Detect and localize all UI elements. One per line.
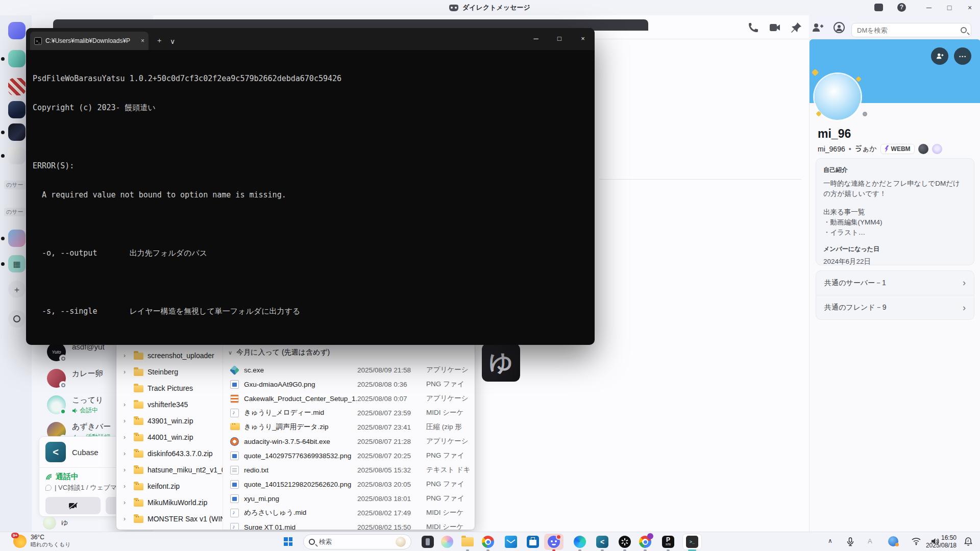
inventory-monitor-icon[interactable] — [874, 4, 883, 11]
server-icon[interactable] — [8, 123, 26, 141]
weather-widget[interactable]: 9+ 36°C 晴れのちくもり — [13, 534, 71, 548]
add-server-button[interactable]: ＋ — [8, 281, 26, 298]
tray-app-icon[interactable] — [888, 536, 898, 546]
tree-item[interactable]: ›44001_win.zip — [116, 429, 223, 445]
mutual-friends-row[interactable]: 共通のフレンド－9 › — [816, 295, 974, 320]
terminal-output[interactable]: PsdFileWoBarasuYatsu 1.0.2+50c0d7cf3c02f… — [26, 50, 595, 345]
chrome-profile-icon[interactable] — [639, 536, 651, 548]
expand-chevron-icon[interactable]: › — [124, 401, 130, 408]
file-row[interactable]: めろさいしゅう.mid2025/08/02 17:49MIDI シーケ — [223, 506, 475, 520]
tree-item[interactable]: Track Pictures — [116, 380, 223, 396]
mail-icon[interactable] — [505, 536, 517, 548]
explore-servers-button[interactable] — [8, 310, 26, 328]
file-row[interactable]: Cakewalk_Product_Center_Setup_1.0.0.09..… — [223, 391, 475, 406]
dm-search-input[interactable] — [856, 26, 961, 35]
tree-item[interactable]: ›keifont.zip — [116, 478, 223, 494]
clock[interactable]: 16:50 2025/08/18 — [926, 534, 957, 549]
file-row[interactable]: sc.exe2025/08/09 21:58アプリケーシ — [223, 363, 475, 377]
wifi-icon[interactable] — [912, 537, 921, 545]
dm-home-icon[interactable] — [8, 22, 26, 39]
add-friend-button[interactable] — [931, 47, 948, 65]
server-icon[interactable] — [8, 147, 26, 164]
discord-minimize-button[interactable]: ─ — [919, 0, 939, 15]
tab-close-button[interactable]: × — [141, 37, 144, 44]
file-explorer-icon[interactable] — [461, 536, 474, 548]
call-icon[interactable] — [747, 21, 760, 34]
mutual-servers-row[interactable]: 共通のサーバー－1 › — [816, 271, 974, 295]
tab-dropdown-button[interactable]: ∨ — [170, 37, 175, 45]
collapse-chevron-icon[interactable]: ∨ — [228, 349, 232, 356]
more-options-button[interactable]: ··· — [954, 47, 971, 65]
expand-chevron-icon[interactable]: › — [124, 466, 130, 473]
user-profile-icon[interactable] — [833, 21, 845, 34]
file-row[interactable]: Gxu-dmiaoAAt9G0.png2025/08/08 0:36PNG ファ… — [223, 377, 475, 391]
discord-maximize-button[interactable]: □ — [939, 0, 960, 15]
expand-chevron-icon[interactable]: › — [124, 352, 130, 359]
terminal-maximize-button[interactable]: □ — [548, 28, 571, 48]
tree-item[interactable]: ›vshifterle345 — [116, 396, 223, 413]
pin-icon[interactable] — [790, 21, 802, 34]
expand-chevron-icon[interactable]: › — [124, 434, 130, 441]
server-icon[interactable] — [8, 78, 26, 95]
new-tab-button[interactable]: ＋ — [156, 36, 163, 45]
dm-item[interactable]: Yuto asdf@yut — [47, 342, 105, 361]
tray-chevron-up-icon[interactable]: ∧ — [828, 537, 832, 544]
terminal-tab[interactable]: >_ C:¥Users¥malib¥Downloads¥P × — [30, 32, 149, 50]
terminal-minimize-button[interactable]: ─ — [524, 28, 548, 48]
expand-chevron-icon[interactable]: › — [124, 499, 130, 506]
expand-chevron-icon[interactable]: › — [124, 368, 130, 375]
dm-item[interactable]: こってり 会話中 — [47, 395, 103, 415]
webm-badge[interactable]: WEBM — [880, 144, 915, 154]
terminal-close-button[interactable]: × — [571, 28, 595, 48]
dm-item[interactable]: カレー卵 — [47, 369, 103, 388]
discord-icon[interactable] — [548, 536, 560, 548]
cubase-icon[interactable]: < — [596, 536, 608, 548]
file-row[interactable]: audacity-win-3.7.5-64bit.exe2025/08/07 2… — [223, 434, 475, 448]
expand-chevron-icon[interactable]: › — [124, 450, 130, 457]
wreath-badge-icon[interactable] — [932, 144, 942, 154]
tree-item[interactable]: ›Steinberg — [116, 364, 223, 380]
file-row[interactable]: quote_1402975776369938532.png2025/08/07 … — [223, 448, 475, 463]
tree-item[interactable]: ›MONSTER Sax v1 (WIND — [116, 511, 223, 527]
tree-item[interactable]: ›43901_win.zip — [116, 413, 223, 429]
server-icon[interactable] — [8, 230, 26, 247]
tree-item[interactable]: ›screenshot_uploader — [116, 347, 223, 364]
expand-chevron-icon[interactable]: › — [124, 483, 130, 490]
pnt8-app-icon[interactable]: P NT8 — [662, 536, 674, 548]
file-row[interactable]: xyu_mi.png2025/08/03 18:01PNG ファイ — [223, 491, 475, 506]
chat-avatar[interactable]: ゆ — [482, 343, 520, 382]
expand-chevron-icon[interactable]: › — [124, 417, 130, 424]
file-row[interactable]: きゅうり_メロディー.mid2025/08/07 23:59MIDI シーケ — [223, 406, 475, 420]
tree-item[interactable]: ›MikuMikuWorld.zip — [116, 494, 223, 511]
server-icon[interactable]: ▦ — [8, 255, 26, 272]
copilot-icon[interactable] — [441, 536, 453, 548]
microphone-icon[interactable] — [846, 537, 854, 546]
tree-item[interactable]: ›hatsune_miku_nt2_v1_0 — [116, 462, 223, 478]
notification-bell-icon[interactable]: z — [964, 537, 973, 548]
start-button[interactable] — [284, 537, 292, 546]
microsoft-store-icon[interactable] — [527, 536, 539, 548]
video-off-button[interactable] — [45, 497, 101, 514]
ime-indicator[interactable]: A — [868, 537, 872, 545]
phone-link-icon[interactable] — [422, 536, 434, 548]
orb-badge-icon[interactable] — [918, 144, 928, 154]
server-icon[interactable] — [8, 101, 26, 118]
chrome-icon[interactable] — [482, 536, 494, 548]
file-row[interactable]: quote_1401521298202562620.png2025/08/03 … — [223, 477, 475, 491]
help-icon[interactable]: ? — [897, 3, 906, 12]
expand-chevron-icon[interactable]: › — [124, 515, 130, 522]
discord-close-button[interactable]: × — [960, 0, 980, 15]
user-area[interactable]: ゆ — [43, 516, 68, 530]
taskbar-search-box[interactable]: 検索 — [303, 534, 411, 549]
tree-item[interactable]: ›diskinfo643.3.7.0.zip — [116, 445, 223, 462]
profile-avatar[interactable] — [815, 74, 861, 120]
file-group-header[interactable]: ∨ 今月に入って (先週は含めず) — [228, 348, 330, 357]
file-row[interactable]: redio.txt2025/08/05 15:32テキスト ドキ — [223, 463, 475, 477]
file-row[interactable]: Surge XT 01.mid2025/08/02 15:50MIDI シーケ — [223, 520, 475, 530]
edge-icon[interactable] — [574, 536, 586, 548]
server-icon[interactable] — [8, 50, 26, 67]
dm-search-box[interactable] — [851, 23, 971, 37]
video-call-icon[interactable] — [769, 21, 781, 34]
terminal-icon[interactable]: >_ — [686, 536, 698, 548]
file-row[interactable]: きゅうり_調声用データ.zip2025/08/07 23:41圧縮 (zip 形 — [223, 420, 475, 434]
